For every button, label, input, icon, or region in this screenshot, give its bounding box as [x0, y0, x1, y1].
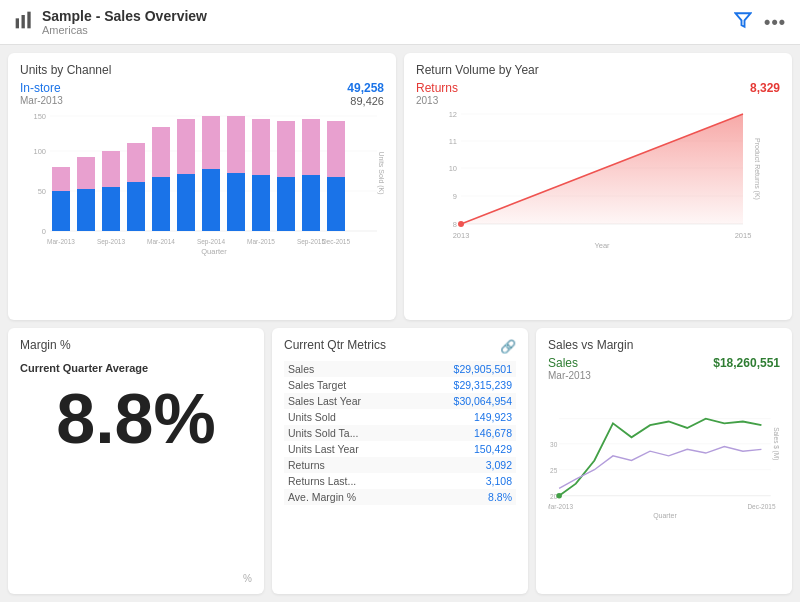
metrics-row: Returns Last...3,108 — [284, 473, 516, 489]
metrics-label: Units Sold Ta... — [284, 425, 412, 441]
page-subtitle: Americas — [42, 24, 207, 36]
line-chart-area: 20 25 30 Mar-2013 Dec-2015 Quarter Sales… — [548, 381, 780, 530]
svg-marker-3 — [736, 13, 751, 27]
sales-margin-card: Sales vs Margin Sales Mar-2013 $18,260,5… — [536, 328, 792, 595]
return-year: 2013 — [416, 95, 458, 106]
units-val-blue: 49,258 — [347, 81, 384, 95]
units-legend-date: Mar-2013 — [20, 95, 63, 106]
return-chart-svg: 8 9 10 11 12 2013 2015 Year Product Retu… — [416, 106, 780, 251]
svg-rect-0 — [16, 18, 19, 28]
svg-text:Sep-2014: Sep-2014 — [197, 238, 226, 246]
svg-rect-27 — [227, 116, 245, 173]
metrics-value: $29,905,501 — [412, 361, 516, 377]
units-legend-label: In-store — [20, 81, 63, 95]
metrics-card: Current Qtr Metrics 🔗 Sales$29,905,501Sa… — [272, 328, 528, 595]
link-icon[interactable]: 🔗 — [500, 339, 516, 354]
chart-icon — [14, 10, 34, 35]
svg-text:11: 11 — [449, 137, 457, 146]
svg-text:Units Sold (K): Units Sold (K) — [377, 151, 384, 194]
metrics-row: Ave. Margin %8.8% — [284, 489, 516, 505]
metrics-value: 146,678 — [412, 425, 516, 441]
svg-rect-23 — [177, 119, 195, 174]
metrics-label: Returns Last... — [284, 473, 412, 489]
svg-rect-12 — [52, 191, 70, 231]
return-vol-title: Return Volume by Year — [416, 63, 780, 77]
margin-value: 8.8% — [20, 384, 252, 570]
metrics-value: $29,315,239 — [412, 377, 516, 393]
svg-rect-21 — [152, 127, 170, 177]
sales-value: $18,260,551 — [713, 356, 780, 381]
header: Sample - Sales Overview Americas ••• — [0, 0, 800, 45]
svg-text:Dec-2015: Dec-2015 — [747, 502, 776, 509]
svg-rect-15 — [77, 157, 95, 189]
svg-rect-31 — [277, 121, 295, 177]
metrics-label: Sales Last Year — [284, 393, 412, 409]
metrics-row: Sales Last Year$30,064,954 — [284, 393, 516, 409]
return-vol-card: Return Volume by Year Returns 2013 8,329 — [404, 53, 792, 320]
svg-rect-29 — [252, 119, 270, 175]
svg-rect-1 — [22, 15, 25, 28]
svg-rect-33 — [302, 119, 320, 175]
area-chart-area: 8 9 10 11 12 2013 2015 Year Product Retu… — [416, 106, 780, 255]
svg-text:10: 10 — [449, 164, 457, 173]
svg-rect-28 — [252, 175, 270, 231]
metrics-value: 150,429 — [412, 441, 516, 457]
metrics-title: Current Qtr Metrics — [284, 338, 386, 352]
svg-rect-20 — [152, 177, 170, 231]
margin-footer: % — [20, 573, 252, 584]
metrics-value: 3,108 — [412, 473, 516, 489]
header-title-block: Sample - Sales Overview Americas — [42, 8, 207, 36]
svg-rect-13 — [52, 167, 70, 191]
metrics-row: Units Sold149,923 — [284, 409, 516, 425]
metrics-label: Units Last Year — [284, 441, 412, 457]
page-title: Sample - Sales Overview — [42, 8, 207, 24]
svg-text:Mar-2014: Mar-2014 — [147, 238, 175, 245]
metrics-row: Returns3,092 — [284, 457, 516, 473]
svg-text:Mar-2013: Mar-2013 — [47, 238, 75, 245]
svg-text:9: 9 — [453, 192, 457, 201]
more-icon[interactable]: ••• — [764, 12, 786, 33]
svg-rect-22 — [177, 174, 195, 231]
sales-margin-svg: 20 25 30 Mar-2013 Dec-2015 Quarter Sales… — [548, 381, 780, 526]
metrics-table: Sales$29,905,501Sales Target$29,315,239S… — [284, 361, 516, 505]
metrics-row: Sales$29,905,501 — [284, 361, 516, 377]
metrics-label: Returns — [284, 457, 412, 473]
svg-rect-24 — [202, 169, 220, 231]
sales-margin-title: Sales vs Margin — [548, 338, 780, 352]
metrics-value: 149,923 — [412, 409, 516, 425]
svg-text:Sales $ (M): Sales $ (M) — [772, 427, 780, 460]
svg-text:30: 30 — [550, 440, 558, 447]
svg-rect-26 — [227, 173, 245, 231]
svg-text:Mar-2015: Mar-2015 — [247, 238, 275, 245]
svg-text:Quarter: Quarter — [201, 247, 227, 256]
svg-rect-25 — [202, 116, 220, 169]
svg-text:Dec-2015: Dec-2015 — [322, 238, 351, 245]
svg-text:8: 8 — [453, 220, 457, 229]
svg-rect-19 — [127, 143, 145, 182]
filter-icon[interactable] — [734, 11, 752, 33]
svg-rect-34 — [327, 177, 345, 231]
return-value: 8,329 — [750, 81, 780, 106]
svg-rect-14 — [77, 189, 95, 231]
svg-text:Sep-2013: Sep-2013 — [97, 238, 126, 246]
bar-chart-svg: 0 50 100 150 — [20, 111, 384, 256]
svg-text:Year: Year — [594, 241, 610, 250]
svg-text:2013: 2013 — [453, 231, 470, 240]
svg-rect-35 — [327, 121, 345, 177]
svg-text:Mar-2013: Mar-2013 — [548, 502, 573, 509]
metrics-row: Units Last Year150,429 — [284, 441, 516, 457]
svg-rect-17 — [102, 151, 120, 187]
sales-legend-label: Sales — [548, 356, 591, 370]
svg-text:50: 50 — [38, 187, 46, 196]
metrics-label: Sales Target — [284, 377, 412, 393]
header-left: Sample - Sales Overview Americas — [14, 8, 207, 36]
svg-text:0: 0 — [42, 227, 46, 236]
bar-chart-area: 0 50 100 150 — [20, 111, 384, 260]
units-by-channel-card: Units by Channel In-store Mar-2013 49,25… — [8, 53, 396, 320]
metrics-label: Units Sold — [284, 409, 412, 425]
return-legend-label: Returns — [416, 81, 458, 95]
margin-card: Margin % Current Quarter Average 8.8% % — [8, 328, 264, 595]
metrics-row: Sales Target$29,315,239 — [284, 377, 516, 393]
metrics-label: Sales — [284, 361, 412, 377]
svg-rect-30 — [277, 177, 295, 231]
